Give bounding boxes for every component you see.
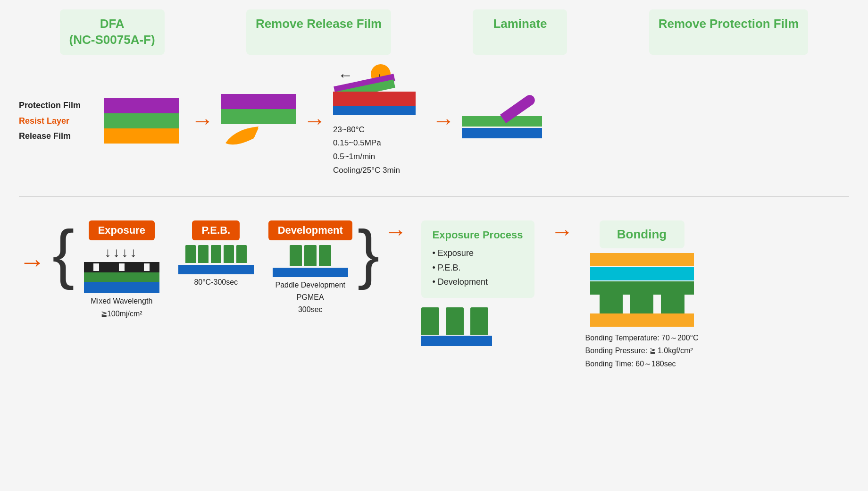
peel-arrow-svg xyxy=(221,124,296,150)
exposure-caption1: Mixed Wavelength xyxy=(91,297,152,305)
dfa-title-line1: DFA xyxy=(69,16,155,32)
arrow-remove-to-laminate: → xyxy=(303,110,326,132)
mask-slot1 xyxy=(93,263,99,271)
bonding-title: Bonding xyxy=(609,227,675,242)
header-remove-release: Remove Release Film xyxy=(246,9,391,55)
exposure-caption2: ≧100mj/cm² xyxy=(101,309,142,318)
peb-bar3 xyxy=(211,245,221,263)
top-headers-row: DFA (NC-S0075A-F) Remove Release Film La… xyxy=(9,9,859,55)
peb-step: P.E.B. 80°C-300sec xyxy=(174,220,259,318)
arrow-into-process: → xyxy=(19,249,45,275)
section-divider xyxy=(19,196,849,197)
exposure-process-box: Exposure Process Exposure P.E.B. Develop… xyxy=(421,220,534,298)
dev-result-base xyxy=(421,336,492,346)
ep-item-peb: P.E.B. xyxy=(433,261,523,275)
laminate-speed: 0.5~1m/min xyxy=(333,150,400,164)
remove-protection-title: Remove Protection Film xyxy=(659,16,799,32)
laminate-pressure: 0.15~0.5MPa xyxy=(333,136,400,150)
header-dfa: DFA (NC-S0075A-F) xyxy=(60,9,165,55)
blue-base-layer xyxy=(333,106,416,115)
dev-caption1: Paddle Development xyxy=(275,281,345,289)
release-film-label: Release Film xyxy=(19,128,94,144)
bond-yellow-bottom xyxy=(590,313,694,327)
dev-caption2: PGMEA xyxy=(297,293,324,302)
dev-bar1 xyxy=(290,245,302,266)
purple-layer-2 xyxy=(221,94,296,109)
bond-pillar1 xyxy=(600,295,623,313)
under-blue xyxy=(462,128,542,138)
remove-protection-illustration xyxy=(462,103,551,138)
exp-substrate xyxy=(84,282,159,293)
protection-film-label: Protection Film xyxy=(19,98,94,113)
laminate-cooling: Cooling/25°C 3min xyxy=(333,164,400,178)
red-base-layer xyxy=(333,92,416,106)
peb-bars xyxy=(185,245,247,263)
process-steps-group: Exposure ↓↓↓↓ Mixed Wavelength ≧100mj/cm… xyxy=(79,220,353,318)
peb-bar1 xyxy=(185,245,196,263)
main-container: DFA (NC-S0075A-F) Remove Release Film La… xyxy=(0,0,868,491)
dev-pillar1 xyxy=(421,307,439,335)
right-brace: } xyxy=(358,220,380,287)
peb-label: P.E.B. xyxy=(192,220,240,240)
dev-bar3 xyxy=(319,245,331,266)
arrow-laminate-to-protect: → xyxy=(432,110,455,132)
bond-green-layer xyxy=(590,281,694,295)
peb-illustration xyxy=(178,245,254,274)
mask-slot2 xyxy=(119,263,125,271)
bond-pillar2 xyxy=(630,295,653,313)
bonding-section: Bonding Bonding Temperature: 70～200°C Bo… xyxy=(581,220,703,370)
top-section: Protection Film Resist Layer Release Fil… xyxy=(9,59,859,183)
dev-caption3: 300sec xyxy=(298,305,323,314)
laminate-temp: 23~80°C xyxy=(333,123,400,137)
bonding-temp: Bonding Temperature: 70～200°C xyxy=(585,331,699,344)
dev-bar2 xyxy=(304,245,317,266)
dfa-title-line2: (NC-S0075A-F) xyxy=(69,32,155,48)
exp-resist-layer xyxy=(84,272,159,282)
green-layer-2 xyxy=(221,109,296,124)
bonding-illustration xyxy=(581,253,703,327)
laminate-visual: ← ↓ xyxy=(333,64,418,116)
ep-item-exposure: Exposure xyxy=(433,246,523,261)
dfa-stack-illustration xyxy=(104,98,179,144)
development-step: Development Paddle Development PGMEA 300… xyxy=(268,220,353,318)
peel-indicator xyxy=(221,124,296,148)
laminate-params: 23~80°C 0.15~0.5MPa 0.5~1m/min Cooling/2… xyxy=(333,123,400,178)
development-label: Development xyxy=(268,220,352,240)
arrow-process-to-exposure-box: → xyxy=(384,220,407,243)
exposure-illustration: ↓↓↓↓ xyxy=(84,245,159,293)
laminate-illustration: ← ↓ 23~80°C 0.15~0.5MPa 0.5~1m/min Cooli… xyxy=(333,64,418,178)
peb-base-layer xyxy=(178,265,254,274)
purple-layer xyxy=(104,98,179,113)
bond-pillar3 xyxy=(661,295,684,313)
development-illustration xyxy=(273,245,348,277)
dev-pillar2 xyxy=(446,307,464,335)
peb-bar4 xyxy=(224,245,234,263)
exposure-label: Exposure xyxy=(89,220,155,240)
laminate-title: Laminate xyxy=(482,16,558,32)
film-labels: Protection Film Resist Layer Release Fil… xyxy=(19,98,94,144)
green-layer xyxy=(104,113,179,128)
dev-pillar3 xyxy=(470,307,488,335)
bonding-params: Bonding Temperature: 70～200°C Bonding Pr… xyxy=(585,331,699,370)
two-layer-stack xyxy=(221,94,296,124)
arrow-to-bonding: → xyxy=(551,220,574,243)
peb-caption: 80°C-300sec xyxy=(194,278,238,287)
arrow-dfa-to-remove: → xyxy=(191,110,214,132)
header-remove-protection: Remove Protection Film xyxy=(649,9,809,55)
dev-result-illustration xyxy=(421,307,544,346)
bonding-header-box: Bonding xyxy=(600,220,684,248)
exposure-process-title: Exposure Process xyxy=(433,229,523,241)
dev-base-layer xyxy=(273,268,348,277)
exposure-process-column: Exposure Process Exposure P.E.B. Develop… xyxy=(412,220,544,346)
dev-pillars-row xyxy=(421,307,488,335)
bond-cyan-layer xyxy=(590,267,694,280)
bonding-pressure: Bonding Pressure: ≧ 1.0kgf/cm² xyxy=(585,344,699,357)
left-brace: { xyxy=(52,220,75,287)
peb-bar2 xyxy=(198,245,209,263)
remove-release-title: Remove Release Film xyxy=(256,16,382,32)
orange-layer xyxy=(104,128,179,144)
remove-release-illustration xyxy=(221,94,296,148)
dev-bars xyxy=(290,245,331,266)
header-laminate: Laminate xyxy=(473,9,567,55)
peb-bar5 xyxy=(236,245,247,263)
